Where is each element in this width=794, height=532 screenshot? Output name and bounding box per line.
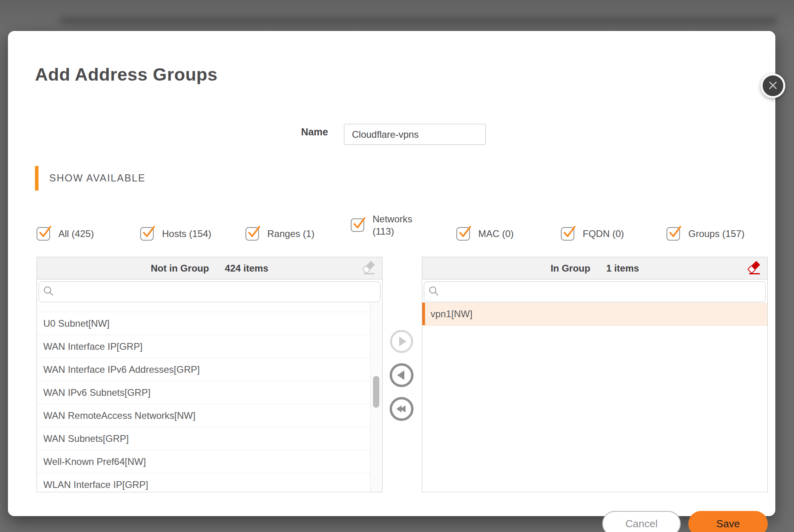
- list-item[interactable]: Well-Known Pref64[NW]: [37, 450, 370, 473]
- list-item[interactable]: U0 Subnet[NW]: [37, 312, 370, 335]
- clear-in-group-selection-button[interactable]: [747, 260, 763, 276]
- dimmed-background-overlay: Add Address Groups Name SHOW AVAILABLE A…: [0, 0, 794, 532]
- list-item[interactable]: WAN RemoteAccess Networks[NW]: [37, 404, 370, 427]
- list-item[interactable]: WAN IPv6 Subnets[GRP]: [37, 381, 370, 404]
- name-input[interactable]: [344, 124, 486, 145]
- arrow-left-icon: [397, 370, 404, 380]
- checkbox-fqdn[interactable]: [561, 227, 574, 241]
- search-icon: [43, 285, 54, 298]
- double-arrow-left-icon: [398, 405, 406, 412]
- filter-label-networks: Networks (113): [373, 213, 425, 237]
- move-all-out-of-group-button[interactable]: [390, 397, 413, 421]
- section-title: SHOW AVAILABLE: [49, 172, 145, 184]
- checkbox-all[interactable]: [37, 227, 50, 241]
- filter-label-ranges: Ranges (1): [267, 227, 315, 241]
- checkbox-groups[interactable]: [666, 227, 680, 241]
- not-in-group-title: Not in Group: [151, 263, 209, 274]
- in-group-panel: In Group 1 items: [422, 257, 768, 492]
- checkbox-hosts[interactable]: [140, 227, 154, 241]
- filter-label-all: All (425): [58, 227, 94, 241]
- filter-label-mac: MAC (0): [478, 227, 514, 241]
- not-in-group-list: U0 Subnet[NW]WAN Interface IP[GRP]WAN In…: [37, 303, 382, 492]
- checkbox-ranges[interactable]: [245, 227, 259, 241]
- checkbox-networks[interactable]: [351, 218, 364, 232]
- filter-networks: Networks (113): [351, 213, 425, 237]
- filter-groups: Groups (157): [666, 227, 744, 241]
- move-to-group-button[interactable]: [390, 330, 413, 353]
- close-button[interactable]: [761, 73, 785, 98]
- scrollbar-track: [370, 303, 382, 492]
- in-group-count: 1 items: [606, 263, 639, 274]
- eraser-icon: [747, 272, 763, 278]
- list-item[interactable]: WAN Interface IPv6 Addresses[GRP]: [37, 358, 370, 381]
- clear-not-in-group-selection-button[interactable]: [361, 260, 377, 276]
- filter-label-fqdn: FQDN (0): [583, 227, 624, 241]
- arrow-right-icon: [399, 337, 406, 346]
- filter-label-groups: Groups (157): [688, 227, 744, 241]
- list-item[interactable]: WAN Subnets[GRP]: [37, 427, 370, 450]
- list-item[interactable]: WLAN Interface IP[GRP]: [37, 473, 370, 492]
- partially-scrolled-row: [37, 303, 370, 312]
- not-in-group-panel: Not in Group 424 items: [37, 257, 383, 492]
- not-in-group-searchbox: [39, 281, 381, 302]
- cancel-button[interactable]: Cancel: [602, 511, 681, 532]
- close-icon: [768, 80, 778, 92]
- in-group-search-input[interactable]: [442, 286, 761, 297]
- list-item[interactable]: vpn1[NW]: [422, 303, 767, 326]
- section-accent-bar: [35, 166, 39, 191]
- filter-fqdn: FQDN (0): [561, 227, 624, 241]
- filter-mac: MAC (0): [456, 227, 514, 241]
- in-group-searchbox: [424, 281, 766, 302]
- scrollbar-thumb[interactable]: [373, 376, 379, 408]
- dialog-title: Add Address Groups: [35, 64, 218, 85]
- not-in-group-header: Not in Group 424 items: [37, 257, 382, 279]
- not-in-group-search-input[interactable]: [57, 286, 376, 297]
- filter-ranges: Ranges (1): [245, 227, 315, 241]
- list-item[interactable]: WAN Interface IP[GRP]: [37, 335, 370, 358]
- add-address-groups-dialog: Add Address Groups Name SHOW AVAILABLE A…: [8, 31, 775, 516]
- filter-hosts: Hosts (154): [140, 227, 211, 241]
- in-group-title: In Group: [551, 263, 590, 274]
- in-group-list: vpn1[NW]: [422, 303, 767, 492]
- move-out-of-group-button[interactable]: [390, 363, 413, 387]
- search-icon: [428, 285, 439, 298]
- not-in-group-count: 424 items: [225, 263, 268, 274]
- eraser-icon: [361, 272, 377, 278]
- in-group-header: In Group 1 items: [422, 257, 767, 279]
- name-label: Name: [266, 126, 328, 138]
- checkbox-mac[interactable]: [456, 227, 470, 241]
- filter-label-hosts: Hosts (154): [162, 227, 211, 241]
- save-button[interactable]: Save: [688, 511, 768, 532]
- filter-all: All (425): [37, 227, 94, 241]
